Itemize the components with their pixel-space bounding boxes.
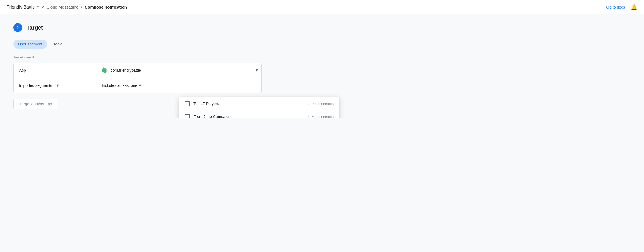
topnav-right: Go to docs 🔔 xyxy=(606,4,637,10)
imported-segments-value-cell[interactable]: Includes at least one ▾ xyxy=(96,78,261,93)
breadcrumb-arrow: › xyxy=(81,4,83,10)
app-dropdown-arrow-icon[interactable]: ▾ xyxy=(256,67,258,73)
includes-dropdown-arrow-icon: ▾ xyxy=(139,82,141,89)
breadcrumb-current: Compose notification xyxy=(85,5,127,9)
breadcrumb-separator: > xyxy=(41,4,44,10)
item-label-top-l7-players: Top L7 Players xyxy=(193,101,308,106)
app-label: App xyxy=(19,68,26,73)
target-another-app-button[interactable]: Target another app xyxy=(13,99,58,109)
breadcrumb: Friendly Battle ▼ > Cloud Messaging › Co… xyxy=(7,4,127,10)
imported-segments-label: Imported segments xyxy=(19,83,52,88)
checkbox-top-l7-players[interactable] xyxy=(185,101,190,106)
app-value: com.friendlybattle xyxy=(111,68,253,73)
tab-row: User segment Topic xyxy=(13,40,318,49)
target-user-label: Target user if... xyxy=(13,55,318,59)
chevron-down-icon: ▼ xyxy=(36,6,39,9)
item-label-from-june-campaign: From June Campaign xyxy=(193,114,307,118)
includes-dropdown-btn[interactable]: Includes at least one ▾ xyxy=(102,82,141,89)
tab-user-segment[interactable]: User segment xyxy=(13,40,47,49)
app-label-cell: App xyxy=(14,63,96,78)
notifications-bell-icon[interactable]: 🔔 xyxy=(630,4,637,10)
breadcrumb-parent[interactable]: Cloud Messaging xyxy=(47,5,79,9)
app-name-dropdown[interactable]: Friendly Battle ▼ xyxy=(7,5,39,10)
go-to-docs-link[interactable]: Go to docs xyxy=(606,5,625,9)
segment-table: App com.friendlybattle ▾ Imported segmen… xyxy=(13,63,262,93)
dropdown-item-from-june-campaign[interactable]: From June Campaign 20,500 instances xyxy=(179,110,339,118)
checkbox-from-june-campaign[interactable] xyxy=(185,114,190,118)
includes-value: Includes at least one xyxy=(102,83,137,88)
item-count-top-l7-players: 8,900 instances xyxy=(308,102,334,106)
dropdown-item-top-l7-players[interactable]: Top L7 Players 8,900 instances xyxy=(179,97,339,110)
item-count-from-june-campaign: 20,500 instances xyxy=(307,115,334,118)
imported-segments-dropdown-arrow-icon[interactable]: ▾ xyxy=(57,82,59,89)
app-name-label: Friendly Battle xyxy=(7,5,35,10)
segment-dropdown-menu: Top L7 Players 8,900 instances From June… xyxy=(179,97,339,118)
step-title: Target xyxy=(26,25,43,31)
app-value-cell[interactable]: com.friendlybattle ▾ xyxy=(96,63,261,78)
step-header: 2 Target xyxy=(13,23,318,32)
topnav: Friendly Battle ▼ > Cloud Messaging › Co… xyxy=(0,0,644,14)
table-row-app: App com.friendlybattle ▾ xyxy=(14,63,261,78)
tab-topic[interactable]: Topic xyxy=(48,40,67,49)
step-badge: 2 xyxy=(13,23,22,32)
android-icon xyxy=(102,67,108,73)
imported-segments-label-cell: Imported segments ▾ xyxy=(14,78,96,93)
main-content: 2 Target User segment Topic Target user … xyxy=(0,14,331,118)
table-row-imported-segments: Imported segments ▾ Includes at least on… xyxy=(14,78,261,93)
